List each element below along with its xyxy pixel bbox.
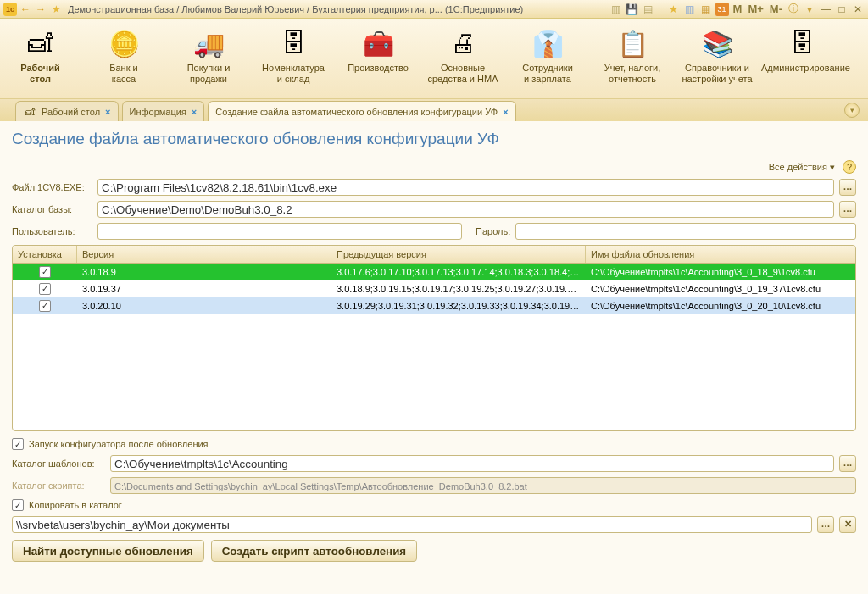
tpl-input[interactable] [110,455,834,472]
file-browse-button[interactable]: … [839,179,856,196]
help-button[interactable]: ? [843,160,856,174]
file-input[interactable] [97,179,834,196]
doc-icon[interactable]: ▤ [642,3,655,16]
back-icon[interactable]: ← [19,3,32,16]
toolbar-item-2[interactable]: 🚚Покупки ипродажи [166,19,251,98]
save-icon[interactable]: 💾 [626,3,639,16]
page-title: Создание файла автоматического обновлени… [12,130,856,148]
table-row[interactable]: ✓3.0.19.373.0.18.9;3.0.19.15;3.0.19.17;3… [13,280,855,297]
print-icon[interactable]: ▥ [609,3,623,16]
tpl-browse-button[interactable]: … [839,455,856,472]
copy-checkbox[interactable]: ✓ [12,499,24,511]
page-content: Создание файла автоматического обновлени… [0,121,868,594]
user-input[interactable] [97,223,462,240]
toolbar-item-7[interactable]: 📋Учет, налоги,отчетность [590,19,675,98]
calc-icon[interactable]: ▦ [699,3,713,16]
minimize-button[interactable]: — [819,3,832,16]
list-icon[interactable]: ▥ [683,3,697,16]
cell-file: C:\Обучение\tmplts\1c\Accounting\3_0_19_… [586,282,855,296]
cell-file: C:\Обучение\tmplts\1c\Accounting\3_0_18_… [586,265,855,279]
tab-label: Информация [130,107,186,117]
cell-file: C:\Обучение\tmplts\1c\Accounting\3_0_20_… [586,299,855,313]
copy-label: Копировать в каталог [29,500,122,510]
forward-icon[interactable]: → [34,3,47,16]
toolbar-item-8[interactable]: 📚Справочники инастройки учета [675,19,760,98]
table-row[interactable]: ✓3.0.20.103.0.19.29;3.0.19.31;3.0.19.32;… [13,297,855,314]
base-browse-button[interactable]: … [839,201,856,218]
find-updates-button[interactable]: Найти доступные обновления [12,540,204,562]
col-file[interactable]: Имя файла обновления [586,246,855,263]
row-checkbox[interactable]: ✓ [39,283,51,295]
create-script-button[interactable]: Создать скрипт автообновления [211,540,417,562]
toolbar-label: Рабочийстол [2,63,79,85]
favorite-icon[interactable]: ★ [49,3,63,16]
copy-browse-button[interactable]: … [817,516,834,533]
toolbar-item-9[interactable]: 🗄Администрирование [760,19,844,98]
updates-grid: Установка Версия Предыдущая версия Имя ф… [12,245,856,431]
toolbar-icon: 🧰 [337,24,419,63]
grid-header: Установка Версия Предыдущая версия Имя ф… [13,246,855,264]
m-button[interactable]: M [732,3,744,15]
toolbar-item-0[interactable]: 🛋Рабочийстол [0,19,81,98]
toolbar-icon: 🪙 [83,24,164,63]
toolbar-icon: 📋 [592,24,673,63]
toolbar-label: Производство [337,63,419,74]
toolbar-item-1[interactable]: 🪙Банк икасса [81,19,166,98]
cell-version: 3.0.20.10 [77,299,331,313]
toolbar-label: Номенклатураи склад [253,63,334,85]
toolbar-item-3[interactable]: 🗄Номенклатураи склад [251,19,336,98]
pass-input[interactable] [515,223,856,240]
copy-clear-button[interactable]: ✕ [839,516,856,533]
toolbar-item-6[interactable]: 👔Сотрудникии зарплата [505,19,590,98]
tab-close-icon[interactable]: × [105,107,110,117]
dropdown-icon[interactable]: ▾ [803,3,816,16]
file-label: Файл 1CV8.EXE: [12,182,92,192]
calendar-icon[interactable]: 31 [715,3,729,16]
col-prev[interactable]: Предыдущая версия [331,246,586,263]
maximize-button[interactable]: □ [835,3,849,16]
toolbar-icon: 📚 [676,24,758,63]
run-after-label: Запуск конфигуратора после обновления [29,439,209,449]
tab-label: Создание файла автоматического обновлени… [215,107,498,117]
col-version[interactable]: Версия [77,246,331,263]
run-after-checkbox[interactable]: ✓ [12,438,24,450]
tab-label: Рабочий стол [42,107,100,117]
copy-input[interactable] [12,516,812,533]
tab-bar: 🛋Рабочий стол×Информация×Создание файла … [0,99,868,121]
toolbar-label: Администрирование [761,63,843,74]
close-button[interactable]: ✕ [851,3,865,16]
title-bar: 1c ← → ★ Демонстрационная база / Любимов… [0,0,868,19]
all-actions-link[interactable]: Все действия ▾ [769,162,835,172]
star2-icon[interactable]: ★ [667,3,681,16]
toolbar-icon: 🗄 [253,24,334,63]
mminus-button[interactable]: M- [768,3,784,15]
tab-close-icon[interactable]: × [503,107,508,117]
tab-icon: 🛋 [23,105,36,119]
cell-version: 3.0.18.9 [77,265,331,279]
toolbar-item-5[interactable]: 🖨Основныесредства и НМА [420,19,505,98]
toolbar-label: Основныесредства и НМА [422,63,504,85]
tab-close-icon[interactable]: × [192,107,197,117]
window-title: Демонстрационная база / Любимов Валерий … [68,4,523,14]
user-label: Пользователь: [12,226,92,236]
toolbar-label: Учет, налоги,отчетность [592,63,673,85]
toolbar-item-4[interactable]: 🧰Производство [336,19,420,98]
cell-prev: 3.0.19.29;3.0.19.31;3.0.19.32;3.0.19.33;… [331,299,586,313]
tab-2[interactable]: Создание файла автоматического обновлени… [208,101,515,121]
tabbar-expand-button[interactable]: ▾ [844,103,860,118]
toolbar-icon: 🖨 [422,24,504,63]
cell-version: 3.0.19.37 [77,282,331,296]
table-row[interactable]: ✓3.0.18.93.0.17.6;3.0.17.10;3.0.17.13;3.… [13,264,855,280]
tab-1[interactable]: Информация× [122,101,205,121]
tpl-label: Каталог шаблонов: [12,458,105,469]
base-label: Каталог базы: [12,204,92,214]
toolbar-icon: 🛋 [2,24,79,63]
info-icon[interactable]: ⓘ [787,3,800,16]
row-checkbox[interactable]: ✓ [39,266,51,278]
tab-0[interactable]: 🛋Рабочий стол× [15,101,119,121]
main-toolbar: 🛋Рабочийстол🪙Банк икасса🚚Покупки ипродаж… [0,19,868,99]
row-checkbox[interactable]: ✓ [39,300,51,312]
mplus-button[interactable]: M+ [746,3,765,15]
col-install[interactable]: Установка [13,246,77,263]
base-input[interactable] [97,201,834,218]
